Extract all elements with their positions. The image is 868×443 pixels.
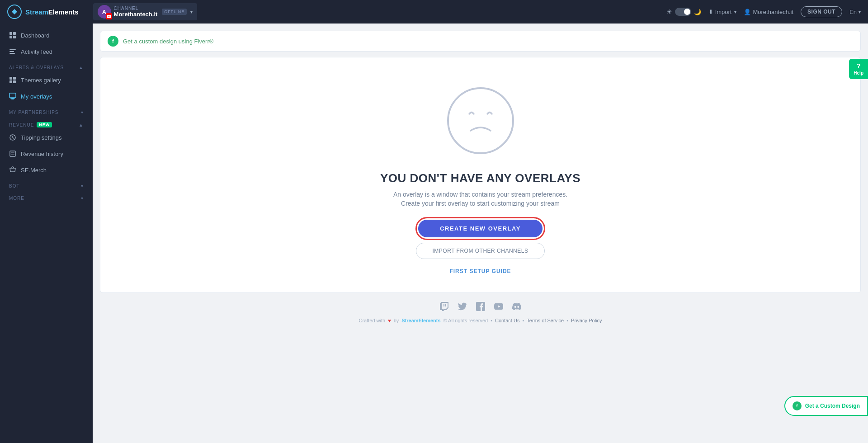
svg-rect-8 (9, 77, 12, 80)
sidebar-item-my-overlays[interactable]: My overlays (0, 88, 93, 104)
first-setup-guide-link[interactable]: FIRST SETUP GUIDE (449, 268, 511, 274)
more-collapse-icon[interactable]: ▾ (81, 196, 84, 201)
svg-rect-14 (10, 98, 15, 99)
svg-rect-1 (9, 32, 12, 35)
contact-us-link[interactable]: Contact Us (495, 318, 519, 323)
fiverr-custom-icon: f (793, 401, 802, 410)
top-navigation: StreamElements A CHANNEL Morethantech.it… (0, 0, 868, 24)
user-menu-button[interactable]: 👤 Morethantech.it (744, 9, 793, 15)
revenue-collapse-icon[interactable]: ▲ (79, 123, 84, 127)
revenue-history-icon (9, 150, 16, 157)
alerts-overlays-section: ALERTS & OVERLAYS ▲ (0, 60, 93, 72)
my-overlays-icon (9, 93, 16, 100)
fiverr-banner[interactable]: f Get a custom design using Fiverr® (100, 31, 861, 52)
twitch-icon[interactable] (440, 302, 449, 313)
create-new-overlay-button[interactable]: CREATE NEW OVERLAY (418, 220, 542, 237)
revenue-section: REVENUE NEW ▲ (0, 117, 93, 129)
section-collapse-icon[interactable]: ▲ (79, 65, 84, 70)
fiverr-banner-text: Get a custom design using Fiverr® (123, 38, 213, 45)
svg-rect-6 (9, 51, 14, 52)
theme-toggle[interactable]: ☀ 🌙 (666, 8, 701, 16)
activity-feed-icon (9, 48, 16, 55)
svg-rect-11 (13, 80, 16, 83)
se-merch-icon (9, 166, 16, 174)
discord-icon[interactable] (512, 302, 521, 313)
main-card: YOU DON'T HAVE ANY OVERLAYS An overlay i… (100, 57, 861, 293)
svg-rect-10 (9, 80, 12, 83)
themes-gallery-icon (9, 76, 16, 84)
svg-rect-3 (9, 36, 12, 38)
dark-mode-toggle[interactable] (675, 8, 691, 16)
import-from-channels-button[interactable]: IMPORT FROM OTHER CHANNELS (416, 243, 545, 259)
footer-credits: Crafted with ♥ by StreamElements © All r… (359, 318, 602, 323)
moon-icon: 🌙 (694, 9, 701, 15)
sidebar-item-activity-feed[interactable]: Activity feed (0, 43, 93, 60)
empty-state-illustration (444, 85, 517, 157)
main-layout: Dashboard Activity feed ALERTS & OVERLAY… (0, 24, 868, 443)
svg-rect-12 (9, 93, 16, 98)
footer: Crafted with ♥ by StreamElements © All r… (100, 293, 861, 332)
twitter-icon[interactable] (458, 302, 467, 313)
offline-badge: OFFLINE (162, 9, 187, 15)
svg-rect-9 (13, 77, 16, 80)
help-question-icon: ? (857, 62, 861, 70)
terms-link[interactable]: Terms of Service (527, 318, 564, 323)
partnerships-collapse-icon[interactable]: ▾ (81, 110, 84, 115)
revenue-new-badge: NEW (37, 122, 52, 127)
sidebar: Dashboard Activity feed ALERTS & OVERLAY… (0, 24, 93, 443)
user-icon: 👤 (744, 9, 751, 15)
logo[interactable]: StreamElements (7, 5, 79, 19)
import-button[interactable]: ⬇ Import ▾ (708, 9, 737, 15)
sidebar-item-tipping-settings[interactable]: Tipping settings (0, 129, 93, 146)
youtube-footer-icon[interactable] (494, 302, 503, 313)
svg-rect-4 (13, 36, 16, 38)
empty-state-subtitle1: An overlay is a window that contains you… (393, 191, 567, 198)
fiverr-icon: f (108, 36, 118, 47)
channel-selector[interactable]: A CHANNEL Morethantech.it OFFLINE ▾ (93, 3, 198, 20)
language-selector[interactable]: En ▾ (849, 9, 861, 15)
more-section: MORE ▾ (0, 190, 93, 203)
sun-icon: ☀ (666, 8, 672, 15)
bot-collapse-icon[interactable]: ▾ (81, 184, 84, 189)
content-area: f Get a custom design using Fiverr® YOU … (93, 24, 868, 443)
sidebar-item-se-merch[interactable]: SE.Merch (0, 162, 93, 178)
tipping-settings-icon (9, 134, 16, 141)
svg-point-19 (448, 88, 513, 153)
sidebar-item-themes-gallery[interactable]: Themes gallery (0, 72, 93, 88)
svg-rect-13 (11, 99, 14, 99)
svg-rect-7 (9, 53, 15, 54)
lang-chevron-icon: ▾ (859, 9, 861, 14)
nav-right: ☀ 🌙 ⬇ Import ▾ 👤 Morethantech.it SIGN OU… (666, 6, 861, 17)
privacy-link[interactable]: Privacy Policy (571, 318, 602, 323)
empty-state-title: YOU DON'T HAVE ANY OVERLAYS (380, 171, 580, 185)
svg-rect-2 (13, 32, 16, 35)
svg-rect-5 (9, 49, 16, 50)
import-icon: ⬇ (708, 9, 713, 15)
avatar: A (98, 5, 111, 19)
channel-chevron-icon: ▾ (190, 9, 193, 14)
heart-icon: ♥ (388, 318, 391, 323)
facebook-icon[interactable] (476, 302, 485, 313)
svg-rect-16 (10, 151, 15, 156)
sidebar-item-revenue-history[interactable]: Revenue history (0, 146, 93, 162)
help-button[interactable]: ? Help (849, 59, 868, 79)
import-chevron-icon: ▾ (734, 9, 736, 14)
youtube-icon (106, 13, 112, 19)
bot-section: BOT ▾ (0, 178, 93, 190)
footer-social-links (440, 302, 521, 313)
custom-design-button[interactable]: f Get a Custom Design (784, 396, 868, 416)
empty-state-subtitle2: Create your first overlay to start custo… (401, 200, 560, 207)
dashboard-icon (9, 32, 16, 39)
sidebar-item-dashboard[interactable]: Dashboard (0, 27, 93, 43)
partnerships-section: MY PARTNERSHIPS ▾ (0, 104, 93, 117)
sign-out-button[interactable]: SIGN OUT (801, 6, 842, 17)
